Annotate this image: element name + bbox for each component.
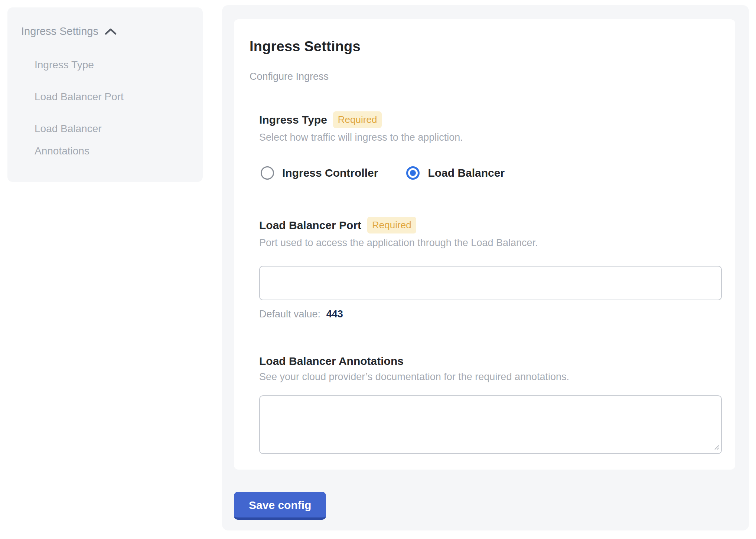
load-balancer-port-input[interactable]: [259, 266, 722, 300]
section-title: Load Balancer Annotations: [259, 355, 404, 368]
sidebar-item-load-balancer-annotations[interactable]: Load Balancer Annotations: [35, 118, 157, 162]
sidebar-item-load-balancer-port[interactable]: Load Balancer Port: [35, 86, 157, 108]
default-value-label: Default value:: [259, 308, 320, 320]
section-ingress-type: Ingress Type Required Select how traffic…: [259, 111, 720, 180]
save-config-button[interactable]: Save config: [234, 492, 326, 520]
sidebar-section-title: Ingress Settings: [21, 25, 98, 37]
settings-nav-sidebar: Ingress Settings Ingress Type Load Balan…: [7, 7, 203, 182]
page-subtitle: Configure Ingress: [250, 71, 720, 82]
sidebar-item-ingress-type[interactable]: Ingress Type: [35, 54, 157, 76]
radio-label-load-balancer: Load Balancer: [428, 167, 505, 179]
sidebar-item-list: Ingress Type Load Balancer Port Load Bal…: [21, 54, 192, 162]
default-value-row: Default value: 443: [259, 308, 720, 320]
section-description: Select how traffic will ingress to the a…: [259, 132, 720, 143]
radio-option-load-balancer[interactable]: Load Balancer: [406, 166, 505, 180]
chevron-up-icon: [104, 27, 117, 37]
page-title: Ingress Settings: [250, 39, 720, 55]
sidebar-section-header[interactable]: Ingress Settings: [21, 25, 192, 37]
radio-selected-icon[interactable]: [406, 166, 420, 180]
annotations-textarea-wrap: [259, 395, 722, 454]
radio-unselected-icon[interactable]: [261, 166, 274, 180]
default-value: 443: [326, 308, 343, 320]
section-description: See your cloud provider’s documentation …: [259, 371, 720, 383]
section-load-balancer-port: Load Balancer Port Required Port used to…: [259, 217, 720, 320]
section-title: Load Balancer Port: [259, 219, 361, 232]
required-badge: Required: [367, 217, 416, 233]
ingress-type-radio-group: Ingress Controller Load Balancer: [259, 166, 720, 180]
radio-option-ingress-controller[interactable]: Ingress Controller: [261, 166, 378, 180]
required-badge: Required: [333, 111, 382, 128]
main-panel: Ingress Settings Configure Ingress Ingre…: [222, 5, 749, 530]
section-description: Port used to access the application thro…: [259, 237, 720, 249]
ingress-settings-card: Ingress Settings Configure Ingress Ingre…: [234, 19, 735, 470]
load-balancer-annotations-textarea[interactable]: [259, 395, 722, 454]
section-load-balancer-annotations: Load Balancer Annotations See your cloud…: [259, 355, 720, 454]
radio-label-ingress-controller: Ingress Controller: [282, 167, 378, 179]
section-title: Ingress Type: [259, 114, 327, 126]
